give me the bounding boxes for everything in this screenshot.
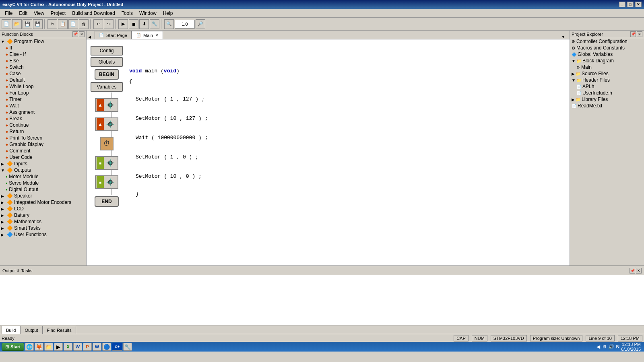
rtree-library-files[interactable]: ▶ 📁 Library Files [570,96,644,103]
tree-item-else-if[interactable]: ◆ Else - If [0,51,86,58]
taskbar-excel[interactable]: X [64,343,72,351]
tree-item-program-flow[interactable]: ▼ 🔶 Program Flow [0,38,86,45]
debug-button[interactable]: 🔧 [150,19,159,29]
save-button[interactable]: 💾 [23,19,32,29]
taskbar-firefox[interactable]: 🦊 [35,343,43,351]
taskbar-powerpoint[interactable]: P [83,343,92,351]
rtree-block-diagram[interactable]: ▼ 📁 Block Diagram [570,58,644,64]
tree-item-continue[interactable]: ◆ Continue [0,122,86,128]
expand-outputs[interactable]: ▼ [1,168,6,173]
taskbar-misc[interactable]: 🔧 [123,343,132,351]
open-button[interactable]: 📂 [12,19,22,29]
tree-item-servo-module[interactable]: ● Servo Module [0,180,86,186]
expand-lcd[interactable]: ▶ [1,207,6,211]
variables-button[interactable]: Variables [91,82,123,92]
rtree-api-h[interactable]: 📄 API.h [570,83,644,90]
tree-item-if[interactable]: ◆ If [0,45,86,51]
redo-button[interactable]: ↪ [104,19,114,29]
tree-item-inputs[interactable]: ▶ 🔶 Inputs [0,160,86,167]
paste-button[interactable]: 📄 [68,19,78,29]
tree-item-graphic-display[interactable]: ◆ Graphic Display [0,141,86,148]
menu-edit[interactable]: Edit [16,10,31,17]
tab-main-close[interactable]: ✕ [155,33,159,37]
menu-help[interactable]: Help [160,10,176,17]
minimize-button[interactable]: _ [619,2,625,7]
tree-item-digital-output[interactable]: ● Digital Output [0,186,86,193]
expand-user-functions[interactable]: ▶ [1,232,6,237]
tree-item-break[interactable]: ◆ Break [0,115,86,122]
tree-item-switch[interactable]: ◆ Switch [0,64,86,70]
systray-arrow[interactable]: ◀ [597,344,600,350]
output-tab-build[interactable]: Build [2,326,20,334]
tree-item-default[interactable]: ◆ Default [0,77,86,83]
output-close[interactable]: ✕ [636,268,642,274]
maximize-button[interactable]: □ [627,2,634,7]
begin-button[interactable]: BEGIN [95,69,119,80]
zoom-in-button[interactable]: 🔎 [196,19,205,29]
taskbar-chrome[interactable]: 🔵 [102,343,111,351]
globals-button[interactable]: Globals [91,57,123,67]
output-pin[interactable]: 📌 [630,268,635,274]
rtree-controller-config[interactable]: ⚙ Controller Configuration [570,38,644,45]
tree-item-while-loop[interactable]: ◆ While Loop [0,83,86,90]
menu-window[interactable]: Window [136,10,160,17]
tree-item-wait[interactable]: ◆ Wait [0,103,86,109]
wait-block[interactable]: ⏱ [100,137,114,150]
end-button[interactable]: END [95,196,119,207]
cut-button[interactable]: ✂ [47,19,57,29]
taskbar-media[interactable]: ▶ [54,343,63,351]
menu-file[interactable]: File [2,10,16,17]
tab-dropdown[interactable]: ▼ [561,35,565,39]
tree-item-return[interactable]: ◆ Return [0,128,86,135]
stop-button[interactable]: ⏹ [129,19,138,29]
zoom-out-button[interactable]: 🔍 [164,19,174,29]
motor-stop-block-1[interactable]: ■ [95,156,118,170]
build-button[interactable]: ▶ [118,19,128,29]
output-tab-find-results[interactable]: Find Results [43,326,76,334]
code-area[interactable]: Config Globals BEGIN Variables [87,39,570,265]
tab-scroll-left[interactable]: ◀ [88,35,91,39]
tree-item-else[interactable]: ◆ Else [0,58,86,64]
tree-item-for-loop[interactable]: ◆ For Loop [0,90,86,96]
tree-item-case[interactable]: ◆ Case [0,70,86,77]
expand-battery[interactable]: ▶ [1,213,6,218]
tree-item-motor-module[interactable]: ● Motor Module [0,173,86,180]
tree-item-integrated-motor[interactable]: ▶ 🔶 Integrated Motor Encoders [0,199,86,206]
tree-item-lcd[interactable]: ▶ 🔶 LCD [0,206,86,212]
taskbar-explorer[interactable]: 📁 [44,343,53,351]
rtree-macros[interactable]: ⚙ Macros and Constants [570,45,644,51]
taskbar-ie[interactable]: 🌐 [25,343,34,351]
delete-button[interactable]: 🗑 [79,19,89,29]
close-button[interactable]: ✕ [635,2,642,7]
download-button[interactable]: ⬇ [139,19,149,29]
output-tab-output[interactable]: Output [20,326,42,334]
tab-main[interactable]: 📋 Main ✕ [132,31,163,39]
menu-tools[interactable]: Tools [118,10,136,17]
tree-item-mathematics[interactable]: ▶ 🔶 Mathematics [0,218,86,225]
expand-smart[interactable]: ▶ [1,226,6,230]
tree-item-outputs[interactable]: ▼ 🔶 Outputs [0,167,86,173]
start-button[interactable]: ⊞ Start [2,343,24,351]
taskbar-word[interactable]: W [73,343,82,351]
panel-pin-button[interactable]: 📌 [72,31,78,37]
tree-item-speaker[interactable]: ▶ 🔶 Speaker [0,193,86,199]
tree-item-battery[interactable]: ▶ 🔶 Battery [0,212,86,218]
save-all-button[interactable]: 💾 [33,19,43,29]
rtree-userinclude-h[interactable]: 📄 UserInclude.h [570,90,644,96]
rtree-main-file[interactable]: ⚙ Main [570,64,644,70]
right-panel-pin[interactable]: 📌 [630,31,636,37]
rtree-source-files[interactable]: ▶ 📁 Source Files [570,70,644,77]
tree-item-user-code[interactable]: ◆ User Code [0,154,86,160]
panel-close-button[interactable]: ✕ [79,31,85,37]
tree-item-user-functions[interactable]: ▶ 🔷 User Functions [0,231,86,238]
expand-math[interactable]: ▶ [1,220,6,224]
rtree-global-vars[interactable]: 🔷 Global Variables [570,51,644,58]
copy-button[interactable]: 📋 [58,19,68,29]
expand-speaker[interactable]: ▶ [1,194,6,198]
undo-button[interactable]: ↩ [93,19,103,29]
menu-view[interactable]: View [31,10,47,17]
menu-build[interactable]: Build and Download [69,10,118,17]
tree-item-timer[interactable]: ◆ Timer [0,96,86,103]
tree-item-print-to-screen[interactable]: ◆ Print To Screen [0,135,86,141]
taskbar-easyc[interactable]: C+ [112,343,122,351]
